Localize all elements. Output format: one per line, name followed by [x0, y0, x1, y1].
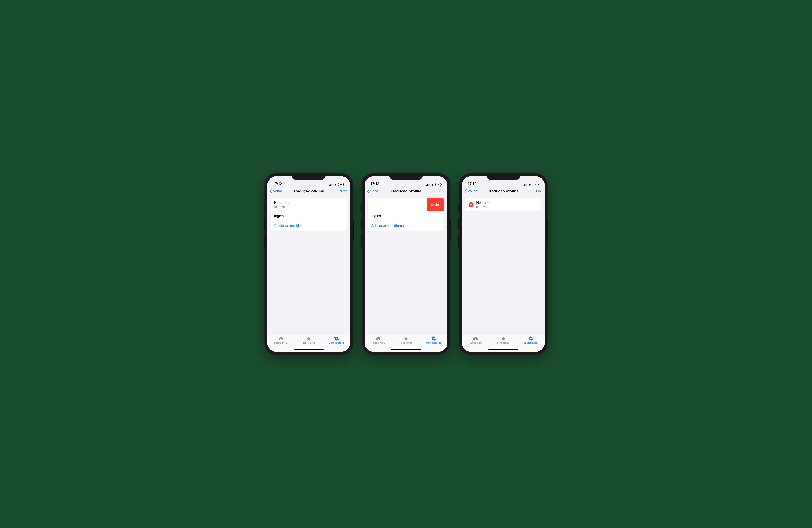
status-time: 17:12 — [273, 182, 282, 186]
status-bar: 17:13 26 — [462, 176, 545, 186]
home-icon — [473, 336, 478, 341]
language-name: Inglês — [274, 214, 344, 218]
gear-icon — [528, 336, 534, 341]
done-button[interactable]: OK — [536, 189, 541, 193]
add-language-row[interactable]: Adicionar um idioma — [368, 221, 444, 231]
star-icon — [501, 336, 506, 341]
tab-settings[interactable]: Configurações — [517, 336, 545, 352]
nav-bar: Voltar Tradução off-line OK — [462, 186, 545, 196]
language-size: 81,1 MB — [476, 205, 538, 209]
nav-bar: Voltar Tradução off-line OK — [365, 186, 447, 196]
tab-settings[interactable]: Configurações — [322, 336, 350, 352]
language-name: Holandês — [476, 201, 538, 205]
battery-icon: 26 — [533, 183, 539, 186]
back-button[interactable]: Voltar — [367, 189, 379, 193]
add-language-row[interactable]: Adicionar um idioma — [271, 221, 347, 231]
battery-icon: 26 — [435, 183, 441, 186]
tab-home[interactable]: Página inicial — [267, 336, 295, 352]
language-list: ês Excluir Inglês Adicionar um idioma — [368, 198, 444, 231]
chevron-left-icon — [464, 189, 467, 193]
language-size: 81,1 MB — [274, 205, 344, 209]
star-icon — [403, 336, 409, 341]
language-row-dutch-edit[interactable]: Holandês 81,1 MB — [465, 198, 541, 211]
language-row-dutch-swiped[interactable]: ês Excluir — [368, 198, 444, 211]
phone-mockup-2: 17:12 26 Voltar Tradução off-line OK ê — [362, 173, 450, 355]
home-indicator[interactable] — [294, 349, 323, 350]
gear-icon — [334, 336, 339, 341]
gear-icon — [431, 336, 436, 341]
back-button[interactable]: Voltar — [464, 189, 477, 193]
signal-icon — [524, 183, 527, 186]
back-button[interactable]: Voltar — [270, 189, 282, 193]
status-bar: 17:12 26 — [365, 176, 447, 186]
tab-home[interactable]: Página inicial — [462, 336, 490, 352]
language-row-english[interactable]: Inglês — [368, 211, 444, 221]
language-row-dutch[interactable]: Holandês 81,1 MB — [271, 198, 347, 211]
status-time: 17:12 — [371, 182, 379, 186]
status-time: 17:13 — [468, 182, 476, 186]
tab-settings[interactable]: Configurações — [420, 336, 447, 352]
chevron-left-icon — [270, 189, 272, 193]
wifi-icon — [528, 183, 532, 186]
nav-bar: Voltar Tradução off-line Editar — [267, 186, 350, 196]
home-icon — [278, 336, 284, 341]
chevron-left-icon — [367, 189, 369, 193]
wifi-icon — [431, 183, 434, 186]
phone-mockup-3: 17:13 26 Voltar Tradução off-line OK — [459, 173, 548, 355]
signal-icon — [426, 183, 430, 186]
battery-icon: 26 — [338, 183, 344, 186]
home-icon — [376, 336, 381, 341]
home-indicator[interactable] — [391, 349, 421, 350]
wifi-icon — [333, 183, 337, 186]
language-list: Holandês 81,1 MB Inglês Adicionar um idi… — [271, 198, 347, 231]
home-indicator[interactable] — [489, 349, 518, 350]
signal-icon — [329, 183, 333, 186]
language-list: Holandês 81,1 MB — [465, 198, 541, 211]
status-bar: 17:12 26 — [267, 176, 350, 186]
language-name: Inglês — [371, 214, 441, 218]
star-icon — [306, 336, 311, 341]
phone-mockup-1: 17:12 26 Voltar Tradução off-line Editar — [264, 173, 353, 355]
done-button[interactable]: OK — [439, 189, 444, 193]
delete-circle-icon[interactable] — [468, 202, 474, 207]
language-row-english[interactable]: Inglês — [271, 211, 347, 221]
edit-button[interactable]: Editar — [337, 189, 347, 193]
language-name: Holandês — [274, 201, 344, 205]
tab-home[interactable]: Página inicial — [365, 336, 392, 352]
delete-button[interactable]: Excluir — [427, 198, 444, 211]
